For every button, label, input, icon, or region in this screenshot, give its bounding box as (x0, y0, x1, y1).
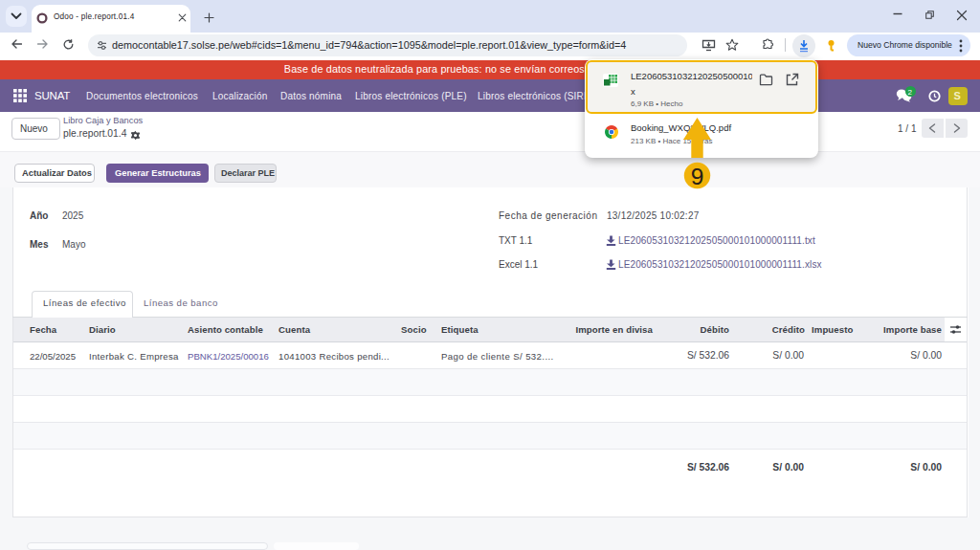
svg-text:9: 9 (691, 164, 704, 189)
